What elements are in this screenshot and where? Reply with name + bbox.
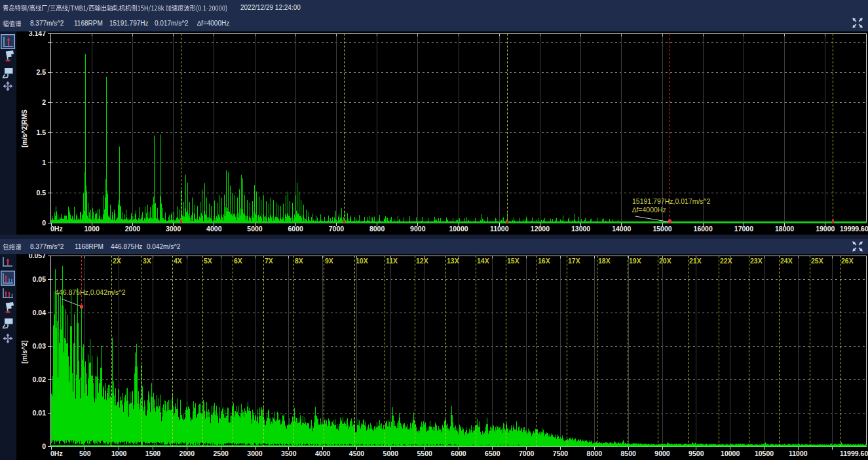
svg-text:15000: 15000: [652, 225, 671, 233]
svg-text:5000: 5000: [383, 450, 399, 457]
svg-text:0.02: 0.02: [33, 375, 47, 383]
svg-text:6X: 6X: [234, 257, 242, 265]
svg-text:7000: 7000: [519, 450, 535, 457]
svg-text:0: 0: [42, 219, 46, 227]
svg-text:10X: 10X: [356, 257, 368, 265]
svg-text:13X: 13X: [447, 257, 459, 265]
svg-text:25X: 25X: [811, 257, 823, 265]
svg-text:4000: 4000: [315, 450, 331, 457]
svg-text:12000: 12000: [531, 225, 550, 233]
svg-text:1000: 1000: [111, 450, 127, 457]
svg-text:8500: 8500: [621, 450, 637, 457]
svg-text:1500: 1500: [145, 450, 161, 457]
svg-text:3.147: 3.147: [29, 31, 46, 37]
svg-text:2500: 2500: [214, 450, 229, 457]
svg-text:5000: 5000: [247, 225, 263, 233]
svg-text:16X: 16X: [538, 257, 550, 265]
svg-text:6500: 6500: [485, 450, 500, 457]
svg-text:4000: 4000: [206, 225, 222, 233]
svg-text:19X: 19X: [629, 257, 641, 265]
svg-text:446.875Hz,0.042m/s^2: 446.875Hz,0.042m/s^2: [55, 288, 126, 296]
svg-text:0.04: 0.04: [33, 309, 47, 316]
svg-text:17X: 17X: [568, 257, 580, 265]
svg-text:3X: 3X: [143, 257, 151, 265]
svg-text:7500: 7500: [553, 450, 569, 457]
svg-text:7000: 7000: [329, 225, 345, 233]
svg-text:18X: 18X: [598, 257, 611, 265]
svg-text:[m/s^2]RMS: [m/s^2]RMS: [21, 109, 28, 147]
svg-text:23X: 23X: [750, 257, 763, 265]
svg-text:11000: 11000: [490, 225, 509, 233]
svg-text:[m/s^2]: [m/s^2]: [21, 340, 28, 363]
svg-text:0Hz: 0Hz: [50, 450, 63, 457]
svg-text:14000: 14000: [612, 225, 631, 233]
svg-text:3000: 3000: [166, 225, 181, 233]
svg-text:3500: 3500: [281, 450, 297, 457]
svg-text:10500: 10500: [755, 450, 774, 457]
svg-text:15191.797Hz,0.017m/s^2: 15191.797Hz,0.017m/s^2: [632, 197, 711, 205]
svg-text:0.05: 0.05: [33, 275, 47, 283]
svg-text:11999.60: 11999.60: [840, 450, 868, 457]
svg-text:2: 2: [42, 98, 46, 106]
svg-text:9000: 9000: [654, 450, 670, 457]
svg-text:1: 1: [42, 159, 46, 166]
svg-text:21X: 21X: [689, 257, 702, 265]
svg-text:3000: 3000: [247, 450, 263, 457]
svg-text:9500: 9500: [689, 450, 704, 457]
svg-text:16000: 16000: [694, 225, 713, 233]
svg-text:8X: 8X: [295, 257, 303, 265]
svg-text:11X: 11X: [386, 257, 398, 265]
svg-text:2000: 2000: [125, 225, 141, 233]
svg-text:5500: 5500: [417, 450, 433, 457]
svg-text:0.057: 0.057: [29, 254, 46, 259]
svg-text:22X: 22X: [720, 257, 732, 265]
svg-text:0: 0: [42, 442, 46, 450]
svg-text:4X: 4X: [174, 257, 182, 265]
svg-text:6000: 6000: [451, 450, 466, 457]
svg-text:10000: 10000: [721, 450, 740, 457]
svg-text:1.5: 1.5: [36, 128, 46, 136]
svg-text:0Hz: 0Hz: [50, 225, 63, 233]
svg-text:1000: 1000: [85, 225, 100, 233]
svg-text:2X: 2X: [113, 257, 121, 265]
svg-text:0.5: 0.5: [36, 189, 46, 197]
svg-text:0.03: 0.03: [33, 342, 47, 350]
svg-text:500: 500: [79, 450, 91, 457]
svg-text:13000: 13000: [571, 225, 590, 233]
svg-text:14X: 14X: [477, 257, 489, 265]
svg-text:12X: 12X: [416, 257, 428, 265]
svg-text:19999.60: 19999.60: [840, 225, 868, 233]
svg-text:7X: 7X: [265, 257, 273, 265]
svg-text:5X: 5X: [204, 257, 212, 265]
svg-text:2.5: 2.5: [36, 68, 46, 76]
svg-text:11000: 11000: [789, 450, 808, 457]
svg-text:8000: 8000: [587, 450, 603, 457]
svg-text:2000: 2000: [179, 450, 195, 457]
svg-text:19000: 19000: [816, 225, 835, 233]
svg-text:24X: 24X: [780, 257, 793, 265]
svg-text:26X: 26X: [841, 257, 854, 265]
svg-text:4500: 4500: [349, 450, 365, 457]
svg-text:10000: 10000: [449, 225, 468, 233]
svg-text:6000: 6000: [288, 225, 304, 233]
svg-text:∆f=4000Hz: ∆f=4000Hz: [632, 206, 666, 214]
svg-text:15X: 15X: [507, 257, 519, 265]
svg-text:9000: 9000: [410, 225, 426, 233]
svg-text:18000: 18000: [775, 225, 794, 233]
svg-text:20X: 20X: [659, 257, 671, 265]
svg-text:0.01: 0.01: [33, 409, 47, 417]
svg-text:8000: 8000: [369, 225, 385, 233]
svg-text:9X: 9X: [325, 257, 333, 265]
svg-text:17000: 17000: [734, 225, 753, 233]
